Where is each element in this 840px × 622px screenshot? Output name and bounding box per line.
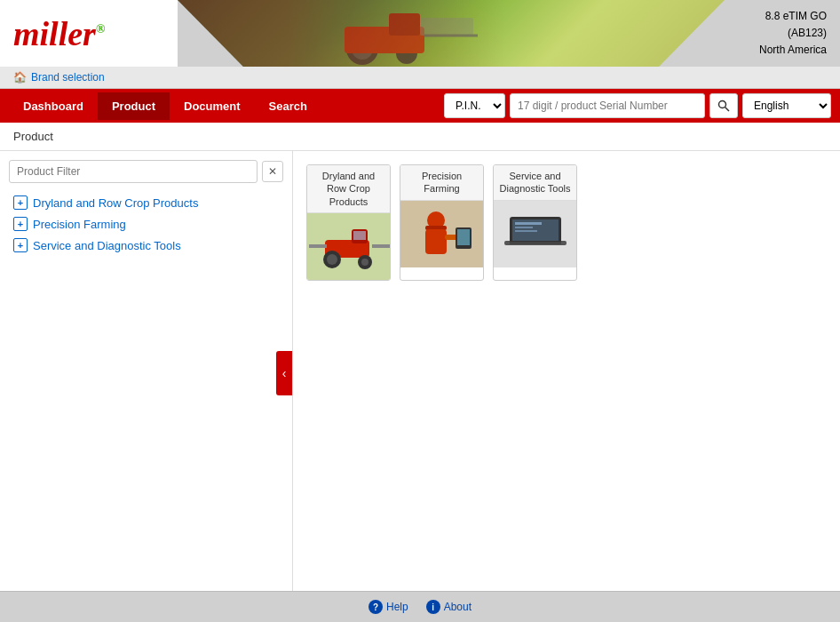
about-icon: i <box>426 600 440 614</box>
nav-dashboard[interactable]: Dashboard <box>9 92 98 120</box>
home-icon[interactable]: 🏠 <box>13 71 27 84</box>
region: North America <box>738 42 827 59</box>
search-icon <box>717 100 730 112</box>
svg-rect-4 <box>389 13 420 36</box>
page-title: Product <box>0 123 840 151</box>
sidebar-item-dryland-label: Dryland and Row Crop Products <box>33 196 198 210</box>
navbar: Dashboard Product Document Search P.I.N.… <box>0 89 840 123</box>
header: miller® 8.8 eTIM GO (AB123) North Americ… <box>0 0 840 67</box>
svg-rect-5 <box>420 18 473 36</box>
product-grid: Dryland and Row Crop Products <box>293 151 840 595</box>
svg-line-8 <box>725 108 730 112</box>
product-card-service-title: Service and Diagnostic Tools <box>494 165 576 201</box>
svg-rect-18 <box>353 231 366 240</box>
svg-rect-22 <box>425 229 447 254</box>
product-card-service[interactable]: Service and Diagnostic Tools <box>493 164 577 281</box>
expand-dryland-icon[interactable]: + <box>13 195 28 210</box>
product-card-precision[interactable]: Precision Farming <box>400 164 484 281</box>
breadcrumb-label[interactable]: Brand selection <box>31 71 105 84</box>
product-card-dryland-title: Dryland and Row Crop Products <box>307 165 390 213</box>
svg-point-0 <box>346 33 378 65</box>
version-code: (AB123) <box>738 25 827 42</box>
main-content: ✕ + Dryland and Row Crop Products + Prec… <box>0 151 840 595</box>
breadcrumb: 🏠 Brand selection <box>0 67 840 89</box>
filter-row: ✕ <box>9 160 283 183</box>
pin-select[interactable]: P.I.N. Serial <box>444 93 505 118</box>
header-banner-image <box>178 0 725 67</box>
expand-precision-icon[interactable]: + <box>13 217 28 231</box>
product-card-precision-title: Precision Farming <box>400 165 483 201</box>
serial-search-input[interactable] <box>510 93 705 118</box>
search-area: P.I.N. Serial English French German Span… <box>444 93 831 118</box>
svg-rect-25 <box>457 229 470 245</box>
svg-rect-11 <box>309 244 327 248</box>
sidebar-collapse-button[interactable]: ‹ <box>276 351 292 395</box>
filter-clear-button[interactable]: ✕ <box>262 161 283 182</box>
search-button[interactable] <box>709 93 738 118</box>
product-card-precision-image <box>400 201 484 267</box>
svg-rect-3 <box>345 27 424 53</box>
header-info: 8.8 eTIM GO (AB123) North America <box>725 0 840 67</box>
sidebar-item-service[interactable]: + Service and Diagnostic Tools <box>9 235 283 256</box>
sidebar-item-precision-label: Precision Farming <box>33 218 126 231</box>
footer: ? Help i About <box>0 591 840 622</box>
sidebar: ✕ + Dryland and Row Crop Products + Prec… <box>0 151 293 595</box>
help-link[interactable]: ? Help <box>368 600 408 614</box>
logo: miller® <box>13 14 105 53</box>
language-select[interactable]: English French German Spanish <box>742 93 831 118</box>
version-info: 8.8 eTIM GO <box>738 8 827 25</box>
svg-rect-30 <box>515 222 542 225</box>
about-link[interactable]: i About <box>426 600 472 614</box>
sidebar-item-dryland[interactable]: + Dryland and Row Crop Products <box>9 192 283 213</box>
svg-rect-32 <box>515 230 537 232</box>
nav-product[interactable]: Product <box>98 92 170 120</box>
nav-search[interactable]: Search <box>255 92 321 120</box>
product-filter-input[interactable] <box>9 160 258 183</box>
svg-rect-31 <box>515 227 533 228</box>
svg-point-7 <box>719 101 726 108</box>
expand-service-icon[interactable]: + <box>13 238 28 252</box>
logo-area: miller® <box>0 0 178 67</box>
svg-point-1 <box>352 38 373 60</box>
svg-point-16 <box>361 259 368 266</box>
product-card-dryland-image <box>307 213 391 280</box>
product-card-service-image <box>494 201 577 267</box>
svg-point-14 <box>327 254 337 265</box>
product-card-dryland[interactable]: Dryland and Row Crop Products <box>306 164 391 281</box>
about-label: About <box>444 601 472 613</box>
sidebar-item-precision[interactable]: + Precision Farming <box>9 213 283 235</box>
nav-document[interactable]: Document <box>170 92 255 120</box>
sidebar-item-service-label: Service and Diagnostic Tools <box>33 239 181 252</box>
svg-rect-33 <box>510 242 561 244</box>
help-label: Help <box>386 601 408 613</box>
svg-rect-12 <box>372 244 390 248</box>
help-icon: ? <box>368 600 383 614</box>
svg-point-2 <box>396 43 417 64</box>
